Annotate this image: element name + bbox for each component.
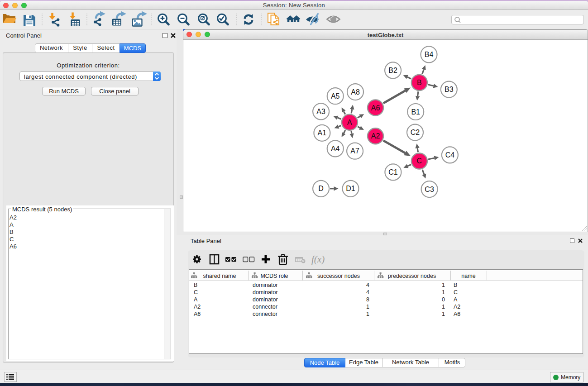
svg-text:connector: connector <box>253 311 277 317</box>
svg-text:f(x): f(x) <box>311 254 325 265</box>
svg-text:dominator: dominator <box>253 296 278 303</box>
svg-text:A2: A2 <box>194 304 201 310</box>
svg-text:A: A <box>347 119 352 126</box>
svg-text:B2: B2 <box>388 67 397 74</box>
svg-text:1: 1 <box>442 311 445 317</box>
svg-text:name: name <box>461 273 475 279</box>
svg-text:A2: A2 <box>454 304 460 310</box>
svg-text:dominator: dominator <box>253 289 278 295</box>
svg-text:8: 8 <box>366 296 369 303</box>
svg-text:dominator: dominator <box>253 282 278 288</box>
svg-text:A7: A7 <box>350 147 359 155</box>
svg-text:B3: B3 <box>445 86 454 93</box>
svg-text:C2: C2 <box>411 129 420 136</box>
svg-text:successor nodes: successor nodes <box>317 273 360 279</box>
svg-text:C3: C3 <box>425 186 434 193</box>
svg-text:A8: A8 <box>351 88 360 96</box>
svg-text:1: 1 <box>366 311 369 317</box>
svg-text:A4: A4 <box>331 145 340 152</box>
svg-text:A2: A2 <box>371 132 380 140</box>
svg-text:1: 1 <box>442 282 445 288</box>
svg-text:A1: A1 <box>318 129 327 137</box>
svg-text:A6: A6 <box>454 311 460 317</box>
svg-text:A: A <box>454 296 458 303</box>
svg-text:A5: A5 <box>331 92 340 100</box>
svg-text:A6: A6 <box>371 104 380 112</box>
svg-text:C1: C1 <box>388 168 398 176</box>
svg-text:B: B <box>194 282 197 288</box>
svg-text:C: C <box>454 289 458 295</box>
svg-text:4: 4 <box>366 282 369 288</box>
svg-text:D: D <box>318 185 324 192</box>
svg-text:1: 1 <box>442 289 445 295</box>
svg-text:connector: connector <box>253 304 277 310</box>
svg-text:C4: C4 <box>445 151 455 159</box>
svg-text:shared name: shared name <box>203 273 236 279</box>
svg-text:0: 0 <box>442 296 445 303</box>
svg-text:A3: A3 <box>316 108 325 115</box>
svg-text:B4: B4 <box>425 51 434 58</box>
svg-text:4: 4 <box>366 289 369 295</box>
svg-text:predecessor nodes: predecessor nodes <box>388 273 436 279</box>
svg-text:MCDS role: MCDS role <box>260 273 288 279</box>
svg-text:B1: B1 <box>411 108 420 116</box>
svg-text:1: 1 <box>442 304 445 310</box>
svg-text:A: A <box>194 296 198 303</box>
svg-text:D1: D1 <box>346 185 355 192</box>
svg-text:1: 1 <box>366 304 369 310</box>
svg-text:B: B <box>417 79 422 86</box>
svg-text:C: C <box>417 157 422 165</box>
svg-text:A6: A6 <box>194 311 201 317</box>
svg-text:C: C <box>194 289 198 295</box>
svg-text:B: B <box>454 282 457 288</box>
